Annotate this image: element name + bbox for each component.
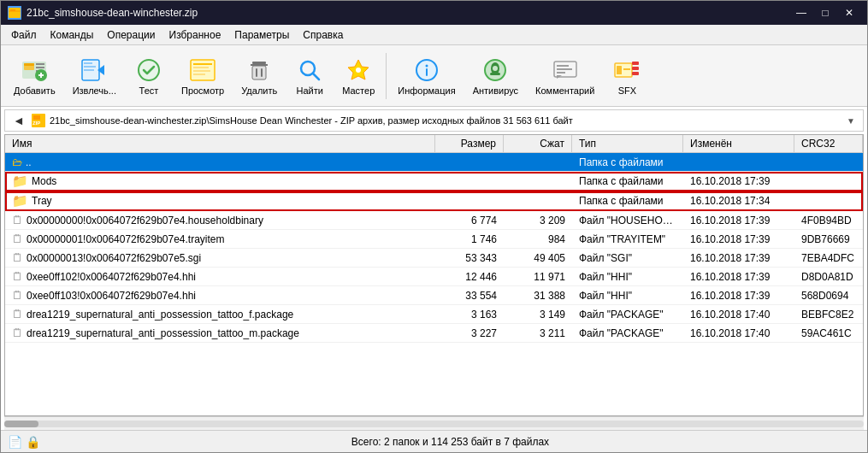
svg-rect-39: [490, 73, 500, 75]
file-icon: 🗒: [12, 214, 23, 226]
svg-rect-7: [36, 67, 44, 68]
file-icon: 🗒: [12, 270, 23, 283]
table-row[interactable]: 🗒 drea1219_supernatural_anti_possession_…: [5, 324, 863, 343]
svg-rect-43: [557, 72, 565, 74]
menu-operations[interactable]: Операции: [100, 27, 162, 43]
table-row[interactable]: 📁 Tray Папка с файлами 16.10.2018 17:34: [5, 191, 863, 211]
find-icon: [296, 56, 323, 84]
row0-modified: [683, 161, 794, 164]
svg-rect-46: [617, 66, 622, 74]
menu-help[interactable]: Справка: [296, 27, 350, 43]
antivirus-icon: [481, 56, 509, 84]
svg-rect-27: [256, 68, 257, 77]
menu-favorites[interactable]: Избранное: [162, 27, 228, 43]
svg-line-30: [313, 74, 319, 79]
minimize-button[interactable]: —: [790, 4, 812, 21]
svg-rect-52: [33, 115, 40, 120]
menu-settings[interactable]: Параметры: [227, 27, 296, 43]
menu-bar: Файл Команды Операции Избранное Параметр…: [1, 25, 867, 45]
svg-rect-24: [252, 62, 266, 64]
row3-type: Файл "HOUSEHOL...: [572, 213, 683, 228]
sfx-icon: [613, 56, 641, 84]
table-row[interactable]: 🗒 0x00000013!0x0064072f629b07e5.sgi 53 3…: [5, 249, 863, 268]
svg-rect-12: [40, 73, 42, 78]
delete-button[interactable]: Удалить: [233, 52, 285, 100]
address-bar: ◄ ZIP 21bc_simshouse-dean-winchester.zip…: [4, 109, 864, 132]
svg-rect-0: [9, 8, 21, 18]
file-table: Имя Размер Сжат Тип Изменён CRC32: [5, 135, 863, 415]
row8-type: Файл "PACKAGE": [572, 307, 683, 322]
address-dropdown-button[interactable]: ▼: [844, 112, 858, 129]
add-button[interactable]: Добавить: [6, 52, 63, 100]
row5-compressed: 49 405: [504, 250, 572, 266]
row8-modified: 16.10.2018 17:40: [683, 307, 794, 322]
menu-file[interactable]: Файл: [4, 27, 44, 43]
scrollbar-track[interactable]: [4, 421, 864, 427]
info-button[interactable]: Информация: [390, 52, 463, 100]
row9-type: Файл "PACKAGE": [572, 326, 683, 341]
test-button[interactable]: Тест: [126, 52, 172, 100]
status-icon-file: 📄: [8, 435, 22, 449]
delete-label: Удалить: [241, 85, 277, 96]
address-path: 21bc_simshouse-dean-winchester.zip\SimsH…: [50, 115, 841, 126]
window-title: 21bc_simshouse-dean-winchester.zip: [27, 7, 198, 19]
row0-crc: [794, 161, 863, 164]
row6-compressed: 11 971: [504, 269, 572, 285]
view-label: Просмотр: [181, 85, 224, 96]
table-row[interactable]: 🗒 0x00000001!0x0064072f629b07e4.trayitem…: [5, 230, 863, 249]
row9-compressed: 3 211: [504, 326, 572, 341]
svg-rect-26: [252, 66, 266, 79]
col-header-crc[interactable]: CRC32: [794, 135, 863, 152]
scrollbar-thumb[interactable]: [4, 421, 38, 427]
table-row[interactable]: 🗒 0xee0ff102!0x0064072f629b07e4.hhi 12 4…: [5, 268, 863, 286]
toolbar: Добавить Извлечь...: [1, 45, 867, 107]
svg-rect-21: [193, 67, 209, 68]
col-header-type[interactable]: Тип: [572, 135, 683, 152]
status-bar: 📄 🔒 Всего: 2 папок и 114 253 байт в 7 фа…: [1, 430, 867, 452]
row1-modified: 16.10.2018 17:39: [683, 174, 794, 189]
horizontal-scrollbar[interactable]: [4, 416, 864, 430]
row9-crc: 59AC461C: [794, 326, 863, 341]
extract-button[interactable]: Извлечь...: [65, 52, 124, 100]
row2-type: Папка с файлами: [572, 193, 683, 209]
row6-modified: 16.10.2018 17:39: [683, 269, 794, 285]
view-button[interactable]: Просмотр: [174, 52, 232, 100]
folder-icon: 📁: [12, 193, 28, 209]
table-row[interactable]: 🗒 0x00000000!0x0064072f629b07e4.househol…: [5, 211, 863, 230]
row0-compressed: [504, 161, 572, 164]
col-header-compressed[interactable]: Сжат: [504, 135, 572, 152]
row9-size: 3 227: [435, 326, 504, 341]
wizard-button[interactable]: Мастер: [334, 52, 382, 100]
svg-point-35: [425, 64, 428, 67]
back-button[interactable]: ◄: [10, 112, 27, 129]
svg-rect-41: [557, 65, 569, 67]
maximize-button[interactable]: □: [814, 4, 836, 21]
extract-icon: [80, 56, 108, 84]
find-button[interactable]: Найти: [286, 52, 333, 100]
menu-commands[interactable]: Команды: [44, 27, 101, 43]
table-row[interactable]: 🗒 drea1219_supernatural_anti_possession_…: [5, 305, 863, 324]
row1-name: 📁 Mods: [5, 172, 435, 191]
close-button[interactable]: ✕: [838, 4, 860, 21]
add-label: Добавить: [14, 85, 56, 96]
svg-rect-47: [623, 68, 630, 70]
table-row[interactable]: 📁 Mods Папка с файлами 16.10.2018 17:39: [5, 172, 863, 191]
svg-text:ZIP: ZIP: [32, 121, 40, 126]
row0-type: Папка с файлами: [572, 155, 683, 170]
row5-crc: 7EBA4DFC: [794, 250, 863, 266]
table-row[interactable]: 🗒 0xee0ff103!0x0064072f629b07e4.hhi 33 5…: [5, 286, 863, 305]
col-header-size[interactable]: Размер: [435, 135, 504, 152]
row4-crc: 9DB76669: [794, 232, 863, 247]
row2-compressed: [504, 199, 572, 203]
table-row[interactable]: 🗁 .. Папка с файлами: [5, 153, 863, 172]
sfx-button[interactable]: SFX: [604, 52, 650, 100]
svg-rect-42: [557, 68, 572, 70]
sfx-label: SFX: [618, 85, 636, 96]
comment-button[interactable]: Комментарий: [528, 52, 602, 100]
col-header-modified[interactable]: Изменён: [683, 135, 794, 152]
antivirus-button[interactable]: Антивирус: [465, 52, 526, 100]
svg-rect-15: [84, 66, 96, 68]
antivirus-label: Антивирус: [473, 85, 518, 96]
col-header-name[interactable]: Имя: [5, 135, 435, 152]
row7-name: 🗒 0xee0ff103!0x0064072f629b07e4.hhi: [5, 287, 435, 303]
